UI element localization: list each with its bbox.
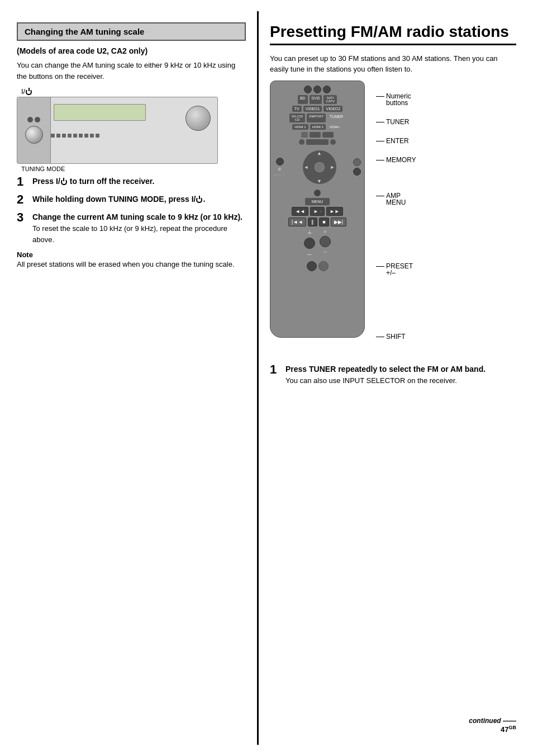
remote-circle-3 [323, 86, 331, 93]
remote-body: BD DVD SAT/CATV TV VIDEO1 VIDEO2 SA-CD/C… [270, 81, 365, 338]
btn-play[interactable]: ► · [310, 207, 325, 216]
btn-prev[interactable]: |◄◄ [288, 218, 306, 226]
remote-dot-sm2 [330, 139, 336, 145]
remote-menu-row: MENU [274, 198, 361, 205]
nav-down: ▼ [317, 178, 322, 184]
label-enter: ENTER [376, 138, 416, 144]
remote-icon-row [274, 190, 361, 196]
btn-video2[interactable]: VIDEO2 [323, 106, 342, 112]
dot-4 [68, 134, 72, 138]
remote-section: BD DVD SAT/CATV TV VIDEO1 VIDEO2 SA-CD/C… [270, 81, 516, 352]
remote-wrapper: BD DVD SAT/CATV TV VIDEO1 VIDEO2 SA-CD/C… [270, 81, 370, 352]
remote-bottom-row [274, 261, 361, 271]
dot-3 [62, 134, 66, 138]
btn-hdmi1[interactable]: HDMI 1 [292, 124, 308, 130]
dot-8 [90, 134, 94, 138]
step-3-sub: To reset the scale to 10 kHz (or 9 kHz),… [32, 224, 227, 244]
remote-misc-2 [310, 132, 321, 138]
remote-bottom-circle2 [318, 261, 329, 271]
vol-col-2: + – [320, 229, 331, 258]
receiver-left-panel [17, 97, 51, 163]
vol-knob-1 [304, 238, 315, 249]
dot-9 [96, 134, 99, 138]
step-2-number: 2 [17, 193, 28, 206]
remote-nav-area: ⊕ ↑↓←→ ▲ ▼ ◄ ► [274, 148, 361, 186]
remote-labels-container: Numericbuttons TUNER ENTER MEMORY AMPMEN… [370, 81, 416, 352]
receiver-display [54, 104, 146, 121]
receiver-right-knob [185, 106, 211, 131]
note-title: Note [17, 251, 246, 259]
vol-minus-1: – [307, 250, 312, 258]
btn-sat-catv[interactable]: SAT/CATV [323, 95, 337, 104]
btn-video1[interactable]: VIDEO1 [303, 106, 322, 112]
btn-ffw[interactable]: ►► [326, 207, 343, 216]
step-1: 1 Press I/ to turn off the receiver. [17, 176, 246, 188]
right-step-1-content: Press TUNER repeatedly to select the FM … [285, 363, 486, 386]
remote-transport-row2: |◄◄ ‖ ■ ▶▶| [274, 218, 361, 226]
remote-left-cluster: ⊕ ↑↓←→ [274, 158, 285, 177]
remote-misc-3 [322, 132, 334, 138]
power-symbol-label: I/ [21, 87, 246, 96]
remote-misc-row [274, 132, 361, 138]
right-intro: You can preset up to 30 FM stations and … [270, 53, 516, 75]
btn-tuner[interactable]: TUNER [327, 114, 345, 122]
vol-col-1: + – [304, 229, 315, 258]
btn-hdmi-plus[interactable]: HDMI+ [327, 124, 342, 130]
subtitle: (Models of area code U2, CA2 only) [17, 46, 246, 55]
dot-6 [79, 134, 83, 138]
btn-pause[interactable]: ‖ [308, 218, 317, 226]
label-preset: PRESET+/– [376, 263, 416, 276]
step-2-bold: While holding down TUNING MODE, press I/… [32, 195, 205, 204]
right-step-1-sub: You can also use INPUT SELECTOR on the r… [285, 376, 457, 385]
btn-rew[interactable]: ◄◄ [292, 207, 308, 216]
remote-misc-row2 [274, 139, 361, 145]
diagram-area: I/ [17, 87, 246, 172]
remote-row-1: BD DVD SAT/CATV [274, 95, 361, 104]
nav-right: ► [330, 164, 335, 170]
remote-row-3: SA-CD/CD DMPORT TUNER [274, 114, 361, 122]
step-3-number: 3 [17, 211, 28, 224]
dot-7 [84, 134, 88, 138]
btn-sacd[interactable]: SA-CD/CD [289, 114, 305, 122]
vol-plus-2: + [323, 229, 327, 235]
btn-tv[interactable]: TV [292, 106, 302, 112]
btn-menu[interactable]: MENU [305, 198, 330, 205]
remote-row-4: HDMI 1 HDMI 2 HDMI+ [274, 124, 361, 130]
dot-2 [56, 134, 60, 138]
btn-hdmi2[interactable]: HDMI 2 [310, 124, 326, 130]
note-text: All preset stations will be erased when … [17, 259, 246, 270]
step-3-content: Change the current AM tuning scale to 9 … [32, 211, 246, 245]
btn-dmport[interactable]: DMPORT [307, 114, 326, 122]
label-shift: SHIFT [376, 333, 416, 340]
small-btn-2 [35, 117, 40, 122]
nav-center [313, 161, 326, 173]
step-1-number: 1 [17, 176, 28, 188]
right-column: Presetting FM/AM radio stations You can … [257, 11, 533, 745]
remote-nav-pad: ▲ ▼ ◄ ► [303, 150, 336, 184]
vol-minus-2: – [323, 248, 327, 254]
label-tuner: TUNER [376, 119, 416, 125]
receiver-small-buttons [27, 117, 40, 122]
remote-arrow-icons: ⊕ [278, 167, 282, 172]
btn-dvd[interactable]: DVD [310, 95, 322, 104]
btn-next[interactable]: ▶▶| [331, 218, 346, 226]
continued-label: continued —— [469, 717, 516, 725]
dot-1 [51, 134, 55, 138]
btn-bd[interactable]: BD [298, 95, 308, 104]
remote-long-btn [306, 139, 329, 145]
remote-transport-row1: ◄◄ ► · ►► [274, 207, 361, 216]
remote-right-circle2 [353, 168, 361, 176]
btn-stop[interactable]: ■ [319, 218, 329, 226]
note-section: Note All preset stations will be erased … [17, 251, 246, 270]
remote-left-circle [276, 158, 284, 166]
receiver-diagram [17, 97, 218, 164]
right-step-1-number: 1 [270, 363, 281, 376]
remote-small-icon [314, 190, 321, 196]
small-btn-1 [27, 117, 33, 122]
step-2: 2 While holding down TUNING MODE, press … [17, 193, 246, 206]
right-step-1-bold: Press TUNER repeatedly to select the FM … [285, 365, 486, 374]
vol-plus-1: + [307, 229, 312, 237]
step-1-content: Press I/ to turn off the receiver. [32, 176, 154, 187]
step-1-bold: Press I/ to turn off the receiver. [32, 177, 154, 186]
step-3: 3 Change the current AM tuning scale to … [17, 211, 246, 245]
